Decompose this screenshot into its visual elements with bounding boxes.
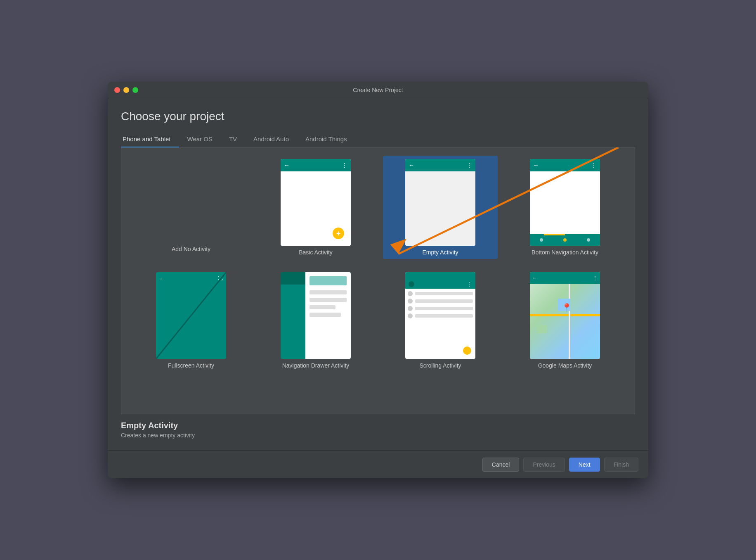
template-no-activity[interactable]: Add No Activity [134, 156, 248, 256]
back-icon: ← [284, 162, 290, 168]
fullscreen-thumb: ← ⛶ [156, 272, 226, 359]
minimize-button[interactable] [123, 87, 129, 93]
menu-icon: ⋮ [342, 162, 347, 168]
scrolling-thumb: ⋮ [405, 272, 475, 359]
template-fullscreen-label: Fullscreen Activity [168, 362, 214, 369]
scrolling-fab [463, 346, 471, 355]
template-empty-activity-label: Empty Activity [422, 249, 458, 256]
window-title: Create New Project [353, 87, 403, 93]
template-bottom-nav[interactable]: ← ⋮ Bottom Navigation [508, 156, 622, 259]
content-area: Choose your project Phone and Tablet Wea… [108, 98, 648, 450]
fab-icon: + [333, 228, 344, 239]
footer: Cancel Previous Next Finish [108, 450, 648, 478]
template-basic-activity-label: Basic Activity [299, 249, 333, 256]
basic-activity-thumb: ← ⋮ + [281, 159, 351, 246]
template-maps[interactable]: ← ⋮ 📍 Google Maps Ac [508, 269, 622, 372]
template-basic-activity[interactable]: ← ⋮ + Basic Activity [258, 156, 373, 259]
title-bar: Create New Project [108, 82, 648, 98]
tab-phone-tablet[interactable]: Phone and Tablet [121, 131, 179, 147]
tab-android-things[interactable]: Android Things [297, 131, 355, 147]
main-window: Create New Project Choose your project P… [108, 82, 648, 478]
template-grid: Add No Activity ← ⋮ + [134, 156, 622, 372]
tab-wear-os[interactable]: Wear OS [179, 131, 221, 147]
template-no-activity-label: Add No Activity [172, 246, 210, 252]
close-button[interactable] [114, 87, 120, 93]
cancel-button[interactable]: Cancel [482, 458, 520, 472]
map-pin-icon: 📍 [562, 303, 572, 313]
finish-button[interactable]: Finish [604, 458, 638, 472]
next-button[interactable]: Next [569, 458, 600, 472]
selection-description: Creates a new empty activity [121, 432, 635, 439]
nav-drawer-thumb [281, 272, 351, 359]
page-title: Choose your project [121, 110, 635, 123]
back-icon3: ← [533, 162, 539, 168]
back-icon2: ← [409, 162, 414, 168]
template-fullscreen[interactable]: ← ⛶ Fullscreen Activity [134, 269, 248, 372]
previous-button[interactable]: Previous [523, 458, 565, 472]
menu-icon2: ⋮ [466, 162, 472, 168]
traffic-lights [108, 87, 138, 93]
tab-android-auto[interactable]: Android Auto [245, 131, 297, 147]
template-scrolling[interactable]: ⋮ [383, 269, 498, 372]
tab-tv[interactable]: TV [221, 131, 245, 147]
maximize-button[interactable] [132, 87, 138, 93]
empty-activity-thumb: ← ⋮ [405, 159, 475, 246]
bottom-nav-thumb: ← ⋮ [530, 159, 600, 246]
maps-thumb: ← ⋮ 📍 [530, 272, 600, 359]
template-nav-drawer[interactable]: Navigation Drawer Activity [258, 269, 373, 372]
template-grid-container: Add No Activity ← ⋮ + [121, 147, 635, 414]
svg-line-2 [156, 272, 226, 359]
selection-info: Empty Activity Creates a new empty activ… [121, 414, 635, 442]
template-empty-activity[interactable]: ← ⋮ Empty Activity [383, 156, 498, 259]
selection-title: Empty Activity [121, 421, 635, 430]
template-scrolling-label: Scrolling Activity [419, 362, 461, 369]
menu-icon3: ⋮ [591, 162, 597, 168]
template-nav-drawer-label: Navigation Drawer Activity [282, 362, 350, 369]
tab-bar: Phone and Tablet Wear OS TV Android Auto… [121, 131, 635, 147]
template-bottom-nav-label: Bottom Navigation Activity [532, 249, 598, 256]
template-maps-label: Google Maps Activity [538, 362, 592, 369]
